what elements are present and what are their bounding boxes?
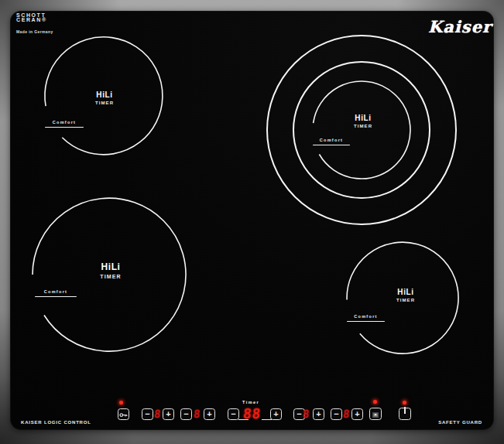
- zone-subtitle: TIMER: [100, 274, 121, 279]
- zone-subtitle: TIMER: [354, 124, 372, 128]
- key-lock-button[interactable]: [118, 408, 129, 420]
- burner-rings: [10, 11, 494, 430]
- zone-subtitle: TIMER: [396, 298, 415, 302]
- timer-display: 88: [242, 407, 262, 421]
- zone-bottom-right-comfort: Comfort: [347, 314, 385, 322]
- zone1-plus-button[interactable]: +: [163, 408, 174, 420]
- zone-top-right-comfort: Comfort: [313, 138, 350, 145]
- zone-bottom-left-comfort: Comfort: [35, 289, 77, 297]
- zone-title: HiLi: [95, 91, 114, 99]
- zone-bottom-right-label: HiLi TIMER: [396, 288, 415, 302]
- zone-top-left-label: HiLi TIMER: [95, 91, 114, 105]
- power-led: [119, 401, 123, 405]
- kaiser-logo: Kaiser: [428, 17, 489, 36]
- zone2-power-display: 8: [193, 408, 201, 420]
- zone-subtitle: TIMER: [95, 101, 114, 105]
- timer-label: Timer: [242, 400, 259, 405]
- zone-title: HiLi: [396, 288, 415, 296]
- comfort-underline: [347, 321, 385, 323]
- power-icon: [404, 407, 406, 414]
- zone1-power-display: 8: [153, 408, 161, 420]
- zone1-minus-button[interactable]: −: [142, 408, 153, 420]
- cooktop: SCHOTT CERAN® Made in Germany Kaiser HiL…: [0, 0, 504, 444]
- zone-top-left-comfort: Comfort: [45, 120, 84, 128]
- main-power-led: [403, 401, 406, 405]
- zone4-power-display: 8: [342, 408, 350, 420]
- safety-guard-caption: SAFETY GUARD: [438, 420, 482, 425]
- glass-surface: SCHOTT CERAN® Made in Germany Kaiser HiL…: [10, 11, 494, 430]
- main-power-button[interactable]: [399, 408, 411, 420]
- timer-minus-button[interactable]: −: [228, 408, 239, 420]
- zone2-minus-button[interactable]: −: [180, 408, 192, 420]
- schott-ceran-logo: SCHOTT CERAN®: [16, 13, 47, 22]
- zone2-plus-button[interactable]: +: [204, 408, 215, 420]
- zone4-minus-button[interactable]: −: [331, 408, 342, 420]
- made-in-germany-label: Made in Germany: [16, 29, 53, 34]
- comfort-underline: [35, 296, 77, 298]
- zone4-plus-button[interactable]: +: [351, 408, 363, 420]
- zone-bottom-left-label: HiLi TIMER: [100, 261, 121, 279]
- key-icon: [119, 412, 128, 418]
- child-lock-button[interactable]: [369, 408, 382, 420]
- zone-title: HiLi: [354, 114, 372, 122]
- lock-icon: [372, 412, 379, 418]
- zone3-plus-button[interactable]: +: [313, 408, 324, 420]
- comfort-underline: [313, 145, 350, 146]
- timer-plus-button[interactable]: +: [270, 408, 282, 420]
- zone3-power-display: 8: [302, 408, 310, 420]
- logic-control-caption: KAISER LOGIC CONTROL: [21, 420, 91, 425]
- zone-title: HiLi: [100, 261, 121, 272]
- comfort-underline: [45, 127, 84, 128]
- zone-top-right-label: HiLi TIMER: [354, 114, 372, 128]
- child-lock-led: [373, 400, 377, 404]
- schott-logo-line2: CERAN®: [16, 18, 47, 22]
